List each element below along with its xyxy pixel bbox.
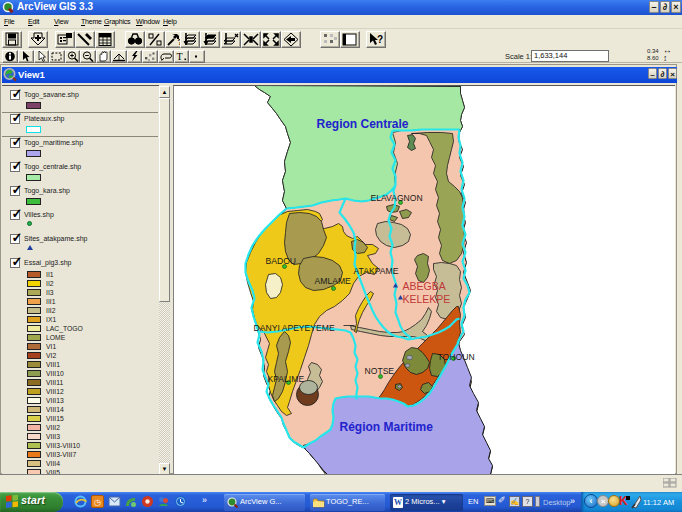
svg-text:ELAVAGNON: ELAVAGNON [371,193,423,203]
svg-text:DANYI APEYEYEME: DANYI APEYEYEME [254,323,335,333]
svg-text:T: T [177,51,183,62]
svg-text:Region Centrale: Region Centrale [317,117,409,131]
svg-text:?: ? [377,34,383,45]
svg-text:KPALIME: KPALIME [268,374,305,384]
svg-text:KELEKPE: KELEKPE [403,293,451,305]
svg-text:BADOU: BADOU [266,256,297,266]
svg-text:AMLAME: AMLAME [315,276,352,286]
svg-text:Région Maritime: Région Maritime [340,420,434,434]
svg-text:ATAKPAME: ATAKPAME [354,266,399,276]
svg-text:NOTSE: NOTSE [365,366,395,376]
svg-text:ABEGBA: ABEGBA [403,280,446,292]
svg-text:TOHOUN: TOHOUN [438,352,475,362]
